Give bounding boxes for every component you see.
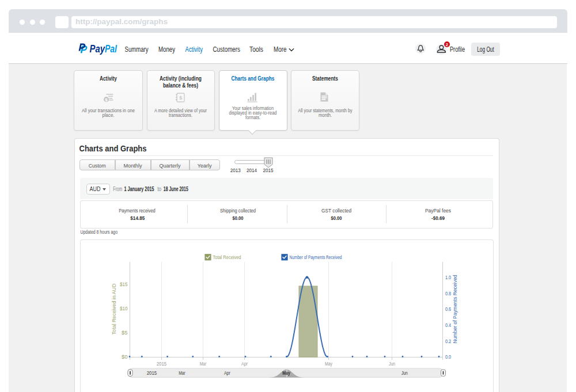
svg-text:Monthly: Monthly (124, 162, 142, 169)
svg-text:Apr: Apr (224, 370, 230, 376)
svg-text:Activity: Activity (100, 75, 118, 82)
svg-text:2015: 2015 (263, 167, 273, 173)
svg-text:Apr: Apr (241, 361, 248, 367)
svg-text:place.: place. (103, 112, 115, 118)
svg-text:From: From (113, 186, 122, 192)
svg-text:Tools: Tools (249, 45, 263, 54)
svg-text:2014: 2014 (247, 167, 257, 173)
svg-text:More: More (274, 45, 287, 54)
svg-text:2013: 2013 (230, 167, 241, 173)
svg-text:2: 2 (446, 42, 448, 47)
svg-text:Statements: Statements (312, 75, 338, 82)
svg-text:to: to (157, 186, 161, 192)
svg-text:PayPal fees: PayPal fees (425, 208, 451, 214)
svg-text:GST collected: GST collected (321, 208, 351, 214)
svg-text:AUD: AUD (90, 185, 101, 192)
svg-text:Quarterly: Quarterly (160, 162, 181, 169)
svg-text:0.0: 0.0 (445, 354, 451, 360)
svg-text:Charts and Graphs: Charts and Graphs (232, 75, 275, 82)
svg-text:$0: $0 (122, 354, 128, 360)
svg-text:Jun: Jun (401, 370, 408, 376)
svg-text:Number of Payments Received: Number of Payments Received (452, 275, 458, 343)
svg-text:month.: month. (319, 112, 332, 118)
svg-text:2015: 2015 (157, 361, 167, 367)
svg-text:1.0: 1.0 (445, 275, 451, 280)
svg-text:formats.: formats. (245, 115, 260, 120)
svg-text:Customers: Customers (213, 45, 241, 54)
svg-text:-$0.69: -$0.69 (431, 215, 445, 221)
svg-text:Mar: Mar (200, 361, 207, 367)
svg-text:Custom: Custom (89, 162, 106, 169)
svg-text:0.6: 0.6 (445, 306, 451, 312)
svg-text:Total Received: Total Received (213, 254, 241, 260)
svg-text:Yearly: Yearly (198, 162, 212, 169)
svg-text:$5: $5 (122, 330, 128, 336)
svg-text:Pay: Pay (90, 43, 105, 55)
svg-text:Number of Payments Received: Number of Payments Received (290, 254, 342, 260)
svg-text:Updated 8 hours ago: Updated 8 hours ago (81, 229, 118, 235)
svg-text:Activity (including: Activity (including (160, 75, 202, 82)
svg-text:0.4: 0.4 (445, 322, 451, 328)
svg-text:Pal: Pal (105, 43, 118, 55)
svg-text:$10: $10 (120, 306, 128, 311)
svg-text:Log Out: Log Out (477, 45, 494, 54)
svg-text:$0.00: $0.00 (331, 215, 342, 221)
svg-text:Total Received in AUD: Total Received in AUD (111, 284, 117, 335)
svg-text:$15: $15 (120, 281, 128, 287)
svg-text:0.2: 0.2 (445, 338, 451, 344)
svg-text:Charts and Graphs: Charts and Graphs (79, 144, 147, 153)
svg-text:balance & fees): balance & fees) (163, 82, 198, 89)
svg-text:2015: 2015 (147, 370, 157, 376)
svg-text:Payments received: Payments received (119, 208, 156, 214)
svg-text:May: May (325, 361, 333, 367)
svg-text:transactions.: transactions. (169, 112, 192, 118)
svg-text:Jun: Jun (389, 361, 395, 367)
svg-text:$0.00: $0.00 (233, 215, 244, 221)
svg-text:Profile: Profile (450, 45, 465, 54)
svg-text:$14.85: $14.85 (130, 215, 145, 221)
svg-text:May: May (282, 370, 290, 376)
svg-text:http://paypal.com/graphs: http://paypal.com/graphs (75, 17, 168, 26)
svg-text:1 January 2015: 1 January 2015 (124, 186, 154, 192)
svg-text:Activity: Activity (185, 45, 203, 54)
svg-text:18 June 2015: 18 June 2015 (164, 186, 188, 192)
svg-text:Mar: Mar (179, 370, 185, 376)
svg-text:Shipping collected: Shipping collected (220, 208, 256, 214)
svg-text:Money: Money (158, 45, 175, 54)
svg-text:Summary: Summary (125, 45, 149, 54)
svg-text:0.8: 0.8 (445, 291, 451, 296)
